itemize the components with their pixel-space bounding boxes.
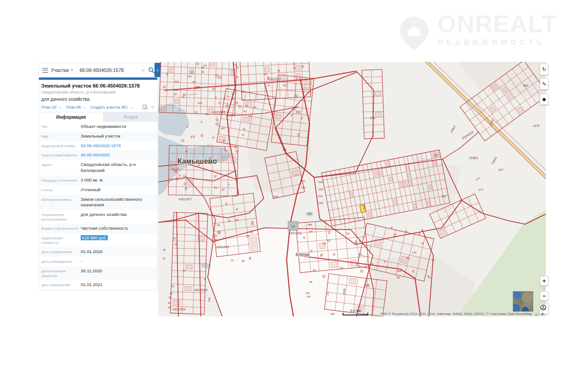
field-label: Статус:	[41, 187, 81, 193]
field-label: Кадастровый квартал:	[41, 152, 81, 158]
link-plan-kk[interactable]: План КК →	[66, 105, 86, 110]
field-row: Форма собственности:Частная собственност…	[39, 224, 157, 233]
small-parcel	[219, 231, 221, 233]
small-parcel	[181, 139, 184, 141]
map-label: 179	[412, 251, 417, 254]
field-label: дата применения:	[41, 282, 81, 287]
field-value: Свердловская область, р-н Белоярский	[81, 162, 157, 174]
map-move-button[interactable]: ◆	[540, 94, 548, 105]
zoom-level-dots: ··	[542, 286, 546, 291]
small-parcel	[186, 150, 187, 152]
plus-icon-small[interactable]: +	[541, 311, 544, 316]
small-parcel	[246, 105, 248, 107]
field-label: дата внесения сведений:	[41, 268, 81, 278]
map-label: 1523	[318, 188, 323, 191]
map-label: 457	[192, 81, 196, 83]
small-parcel	[224, 147, 225, 149]
field-value[interactable]: 66:06:4504026	[81, 152, 157, 158]
small-parcel	[340, 267, 343, 269]
map-draw-button[interactable]: ✎	[540, 78, 548, 90]
parcel-fields: Тип:Объект недвижимостиВид:Земельный уча…	[39, 122, 157, 290]
map-label: Камышево	[177, 157, 217, 165]
tab-services[interactable]: Услуги	[104, 112, 157, 122]
search-category-dropdown[interactable]: Участки	[51, 67, 69, 73]
small-parcel	[172, 169, 175, 171]
small-parcel	[182, 96, 184, 98]
small-parcel	[236, 102, 238, 104]
home-icon[interactable]: ⌂	[535, 311, 538, 316]
small-parcel	[234, 147, 236, 148]
zoom-out-button[interactable]: −	[540, 291, 548, 301]
field-value: -	[81, 259, 157, 265]
search-button[interactable]	[148, 67, 155, 73]
map-label: 4301009	[172, 307, 185, 311]
small-parcel	[407, 257, 410, 259]
field-value[interactable]: 66:06:4504026:1578	[81, 143, 157, 149]
search-icon	[148, 67, 155, 73]
small-parcel	[294, 63, 295, 65]
small-parcel	[216, 75, 218, 77]
zoom-in-button[interactable]: +	[540, 276, 548, 286]
small-parcel	[242, 91, 244, 92]
map-label: 255	[208, 297, 211, 302]
map-label: 1525	[318, 202, 323, 204]
search-input[interactable]	[80, 67, 139, 73]
tab-information[interactable]: Информация	[39, 112, 104, 122]
map-label: 60	[170, 292, 172, 295]
map-label: 134	[306, 295, 310, 298]
field-label: Площадь уточненная:	[41, 177, 81, 183]
map-label: 452	[307, 212, 312, 215]
small-parcel	[215, 97, 216, 98]
small-parcel	[371, 263, 373, 265]
chevron-down-icon[interactable]	[71, 69, 73, 71]
minimap[interactable]	[513, 291, 533, 312]
small-parcel	[175, 94, 177, 95]
small-parcel	[212, 137, 214, 138]
collapse-panel-button[interactable]: ‹	[155, 63, 161, 77]
map-label: 468	[308, 223, 312, 226]
map-container: 13КамышевоКлючи4301012430100643010074301…	[158, 62, 546, 316]
small-parcel	[225, 149, 227, 151]
small-parcel	[405, 231, 407, 232]
field-value: 418 980 руб.	[81, 235, 157, 241]
small-parcel	[327, 240, 330, 242]
small-parcel	[321, 254, 322, 255]
map-label: 2599	[343, 288, 346, 295]
pencil-icon: ✎	[542, 81, 546, 87]
map-refresh-button[interactable]: ↻	[540, 64, 548, 75]
locate-icon	[540, 304, 547, 311]
map-label: 4401001	[288, 231, 302, 235]
small-parcel	[264, 74, 267, 75]
field-value: 3 000 кв. м	[81, 177, 157, 183]
doc-search-icon[interactable]	[143, 105, 148, 110]
field-label: дата определения:	[41, 249, 81, 254]
field-row: Вид:Земельный участок	[39, 132, 157, 141]
field-label: Вид:	[41, 133, 81, 139]
map-label: 2298/3	[491, 156, 498, 165]
favorite-star-icon[interactable]: ☆	[150, 105, 155, 110]
small-parcel	[412, 271, 414, 272]
map-label: 61	[232, 93, 234, 95]
minus-icon: −	[543, 293, 546, 299]
cadastral-map-svg[interactable]: 13КамышевоКлючи4301012430100643010074301…	[158, 62, 546, 316]
small-parcel	[224, 97, 226, 99]
menu-icon[interactable]	[42, 68, 48, 73]
map-label: 4301012	[267, 77, 281, 81]
map-label: 4504028	[194, 288, 207, 292]
small-parcel	[236, 150, 238, 152]
parcel-usage: для дачного хозяйства	[41, 97, 155, 102]
divider	[77, 66, 77, 74]
field-row: дата определения:01.01.2020	[39, 247, 157, 257]
map-label: 4504026	[461, 130, 474, 140]
small-parcel	[244, 128, 245, 130]
map-label: 2298/1	[469, 156, 478, 160]
link-create-zhs[interactable]: Создать участок ЖС →	[90, 105, 133, 110]
terrain-shade	[456, 62, 546, 99]
small-parcel	[236, 209, 238, 210]
link-plan-zu[interactable]: План ЗУ →	[41, 105, 62, 110]
small-parcel	[226, 203, 227, 205]
small-parcel	[429, 277, 431, 279]
map-label: 344	[397, 270, 402, 272]
map-label: 2298/3	[450, 125, 457, 133]
clear-search-icon[interactable]: ×	[141, 67, 145, 73]
